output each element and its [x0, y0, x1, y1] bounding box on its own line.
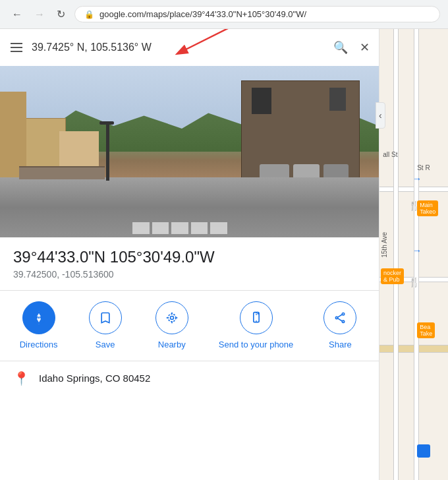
map-direction-arrow: →	[412, 173, 422, 184]
map-poi-main-takeout: MainTakeo	[417, 200, 438, 216]
info-section: 39°44'33.0"N 105°30'49.0"W 39.742500, -1…	[0, 237, 379, 291]
search-icons: 🔍 ✕	[332, 39, 371, 56]
sv-crosswalk	[132, 222, 227, 234]
save-button[interactable]: Save	[86, 301, 125, 350]
map-green-icon: 🍴	[408, 200, 420, 211]
share-button[interactable]: Share	[320, 301, 360, 350]
coordinates-decimal: 39.742500, -105.513600	[13, 269, 366, 280]
share-icon	[323, 301, 356, 334]
search-button[interactable]: 🔍	[332, 39, 349, 56]
nearby-icon	[155, 301, 188, 334]
browser-chrome: ← → ↻ 🔒 google.com/maps/place/39°44'33.0…	[0, 0, 448, 29]
send-to-phone-label: Send to your phone	[219, 340, 293, 350]
map-direction-arrow-2: →	[412, 245, 422, 256]
directions-button[interactable]: Directions	[19, 301, 59, 350]
map-label-all-st: all St	[383, 151, 397, 158]
back-button[interactable]: ←	[8, 7, 26, 22]
lock-icon: 🔒	[84, 10, 94, 19]
sv-road	[0, 177, 379, 237]
map-label-st-r: St R	[417, 164, 430, 171]
reload-button[interactable]: ↻	[53, 7, 69, 22]
directions-label: Directions	[20, 340, 58, 350]
send-to-phone-button[interactable]: Send to your phone	[219, 301, 293, 350]
search-box: 39.7425° N, 105.5136° W 🔍 ✕	[0, 29, 379, 66]
collapse-button[interactable]: ‹	[376, 102, 379, 129]
svg-point-11	[343, 313, 345, 315]
save-label: Save	[96, 340, 115, 350]
left-panel: 39.7425° N, 105.5136° W 🔍 ✕ ‹	[0, 29, 379, 480]
right-panel-map[interactable]: → → all St St R 15th Ave MainTakeo nocke…	[379, 29, 448, 480]
send-to-phone-icon	[240, 301, 273, 334]
street-view-image[interactable]	[0, 66, 379, 237]
map-poi-knocker-pub: nocker& Pub	[381, 268, 404, 284]
map-road-vertical-1	[393, 29, 399, 480]
map-orange-icon: 🍴	[408, 277, 420, 287]
nearby-button[interactable]: Nearby	[152, 301, 192, 350]
nav-buttons: ← → ↻	[8, 7, 69, 22]
svg-line-15	[338, 318, 343, 321]
svg-line-14	[338, 315, 343, 317]
location-address: Idaho Springs, CO 80452	[39, 373, 150, 384]
address-bar[interactable]: 🔒 google.com/maps/place/39°44'33.0"N+105…	[74, 6, 440, 22]
map-background: → → all St St R 15th Ave MainTakeo nocke…	[379, 29, 448, 480]
map-label-15th-ave: 15th Ave	[381, 232, 388, 258]
action-buttons-row: Directions Save	[0, 291, 379, 361]
sv-lamppost	[106, 121, 109, 181]
location-row: 📍 Idaho Springs, CO 80452	[0, 361, 379, 396]
nearby-label: Nearby	[158, 340, 186, 350]
hamburger-menu[interactable]	[8, 40, 25, 55]
location-pin-icon: 📍	[13, 371, 30, 386]
sv-wall	[19, 166, 105, 179]
svg-point-13	[343, 320, 345, 322]
content-area: 39.7425° N, 105.5136° W 🔍 ✕ ‹	[0, 29, 448, 480]
sv-buildings-left	[0, 92, 190, 177]
search-wrapper: 39.7425° N, 105.5136° W 🔍 ✕	[0, 29, 379, 66]
share-label: Share	[329, 340, 352, 350]
svg-point-12	[336, 316, 338, 318]
coordinates-dms: 39°44'33.0"N 105°30'49.0"W	[13, 248, 366, 266]
clear-button[interactable]: ✕	[358, 39, 371, 56]
svg-point-4	[168, 314, 176, 322]
map-poi-bea-takeout: BeaTake	[417, 322, 435, 338]
search-query: 39.7425° N, 105.5136° W	[32, 42, 325, 53]
url-text: google.com/maps/place/39°44'33.0"N+105°3…	[99, 9, 306, 19]
forward-button[interactable]: →	[30, 7, 49, 22]
directions-icon	[22, 301, 55, 334]
svg-point-3	[170, 316, 173, 320]
map-blue-marker	[417, 444, 430, 458]
save-icon	[89, 301, 122, 334]
